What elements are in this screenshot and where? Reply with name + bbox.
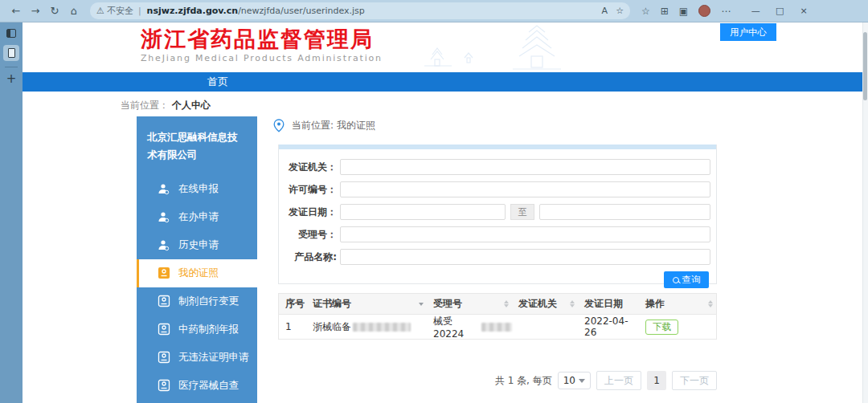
minimize-button[interactable]: — (743, 1, 768, 22)
page-tab-icon (8, 48, 15, 58)
scrollbar-thumb[interactable] (863, 32, 867, 100)
sidebar-item-pending-applications[interactable]: 在办申请 (137, 203, 257, 231)
table-row: 1 浙械临备 械受20224 2022-04-26 下载 (279, 315, 716, 339)
acceptance-no-input[interactable] (340, 226, 710, 242)
address-bar[interactable]: ⚠ 不安全 | nsjwz.zjfda.gov.cn/newzjfda/user… (90, 2, 630, 19)
chevron-down-icon (579, 379, 585, 383)
sidebar-item-label: 在办申请 (178, 210, 219, 224)
col-header-accept-no[interactable]: 受理号 (427, 294, 512, 314)
acceptance-no-label: 受理号： (279, 228, 337, 242)
issuing-authority-input[interactable] (340, 159, 710, 175)
tabs-divider (5, 67, 18, 67)
sidebar-item-label: 无违法证明申请 (178, 351, 249, 364)
issuing-authority-label: 发证机关： (279, 161, 337, 174)
location-pin-icon (273, 119, 285, 132)
browser-toolbar: ← → ↻ ⌂ ⚠ 不安全 | nsjwz.zjfda.gov.cn/newzj… (0, 0, 868, 22)
license-no-input[interactable] (340, 181, 710, 197)
product-name-input[interactable] (340, 249, 710, 265)
read-aloud-icon[interactable]: A (602, 6, 608, 16)
redacted-text (353, 323, 411, 332)
cell-authority (512, 315, 578, 339)
current-page[interactable]: 1 (647, 371, 666, 390)
collections-icon[interactable]: ⊞ (661, 6, 669, 17)
url-path: /newzjfda/user/userindex.jsp (238, 6, 365, 16)
content-breadcrumb: 当前位置: 我的证照 (273, 119, 375, 132)
profile-avatar[interactable] (698, 5, 710, 17)
warning-icon: ⚠ (96, 6, 104, 16)
refresh-icon[interactable]: ↻ (45, 2, 64, 20)
col-header-cert-no[interactable]: 证书编号 (306, 294, 427, 314)
sidebar-item-my-certificates[interactable]: 我的证照 (137, 259, 257, 287)
search-button[interactable]: 查询 (664, 271, 709, 288)
pagoda-watermark (400, 24, 609, 72)
page-size-select[interactable]: 10 (558, 372, 591, 389)
search-icon (673, 277, 679, 283)
active-tab[interactable] (3, 45, 19, 61)
essentials-icon[interactable]: ▣ (679, 6, 688, 17)
issue-date-end-input[interactable] (539, 204, 710, 220)
close-button[interactable]: × (792, 1, 816, 22)
certificate-icon (157, 295, 170, 308)
site-header: 浙江省药品监督管理局 ZheJiang Medical Products Adm… (23, 22, 862, 72)
cell-issue-date: 2022-04-26 (578, 315, 639, 339)
product-name-label: 产品名称: (279, 250, 337, 264)
favorites-icon[interactable]: ☆ (641, 6, 650, 17)
sidebar-item-label: 历史申请 (178, 238, 219, 252)
col-header-authority[interactable]: 发证机关 (512, 294, 578, 314)
issue-date-start-input[interactable] (340, 204, 506, 220)
main-nav-bar: 首页 (23, 72, 862, 92)
sidebar: 北京汇思融科信息技术有限公司 在线申报 在办申请 (137, 116, 257, 403)
next-page-button[interactable]: 下一页 (672, 371, 717, 390)
back-icon[interactable]: ← (6, 2, 26, 20)
content-breadcrumb-label: 当前位置: (292, 119, 334, 132)
screen: ← → ↻ ⌂ ⚠ 不安全 | nsjwz.zjfda.gov.cn/newzj… (0, 0, 868, 403)
sort-icon[interactable] (570, 300, 575, 307)
sort-icon[interactable] (504, 300, 509, 307)
user-center-button[interactable]: 用户中心 (720, 23, 776, 41)
home-icon[interactable]: ⌂ (64, 2, 84, 20)
content-breadcrumb-value: 我的证照 (337, 119, 375, 132)
sidebar-item-label: 中药制剂年报 (178, 323, 239, 336)
vertical-tabs-strip: + (0, 22, 23, 403)
certificate-icon (157, 379, 170, 393)
page-scrollbar[interactable] (862, 22, 868, 403)
more-menu-icon[interactable]: ⋯ (721, 6, 731, 17)
cell-seq: 1 (279, 315, 306, 339)
issue-date-label: 发证日期： (279, 206, 337, 219)
certificate-icon (157, 267, 170, 280)
sidebar-item-label: 我的证照 (178, 267, 219, 280)
forward-icon[interactable]: → (26, 2, 45, 20)
new-tab-button[interactable]: + (6, 71, 17, 86)
sidebar-item-preparation-change[interactable]: 制剂自行变更 (137, 287, 257, 315)
sort-icon[interactable] (708, 300, 713, 307)
sidebar-item-label: 医疗器械自查 (178, 379, 239, 393)
pagination: 共 1 条, 每页 10 上一页 1 下一页 (278, 371, 717, 390)
sidebar-item-history-applications[interactable]: 历史申请 (137, 231, 257, 259)
url-separator: | (138, 6, 141, 16)
col-header-issue-date[interactable]: 发证日期 (578, 294, 639, 314)
sidebar-item-label: 在线申报 (178, 182, 219, 196)
prev-page-button[interactable]: 上一页 (596, 371, 641, 390)
page-size-value: 10 (563, 375, 575, 386)
page-content: 浙江省药品监督管理局 ZheJiang Medical Products Adm… (23, 22, 862, 403)
vertical-tabs-toggle-icon[interactable] (6, 29, 16, 38)
sidebar-item-tcm-annual-report[interactable]: 中药制剂年报 (137, 315, 257, 344)
sort-desc-icon[interactable] (419, 303, 424, 306)
download-button[interactable]: 下载 (645, 320, 678, 335)
favorite-star-icon[interactable]: ☆ (616, 6, 624, 16)
col-header-seq[interactable]: 序号 (279, 294, 306, 314)
security-label[interactable]: 不安全 (107, 5, 133, 17)
certificate-icon (157, 351, 170, 364)
sidebar-item-device-self-inspection[interactable]: 医疗器械自查 (137, 372, 257, 400)
sidebar-item-online-declaration[interactable]: 在线申报 (137, 175, 257, 203)
col-header-action[interactable]: 操作 (639, 294, 716, 314)
nav-home-tab[interactable]: 首页 (183, 72, 252, 92)
pagination-total: 共 1 条, 每页 (495, 374, 552, 388)
breadcrumb-value: 个人中心 (172, 100, 211, 111)
user-icon (157, 238, 170, 252)
search-button-label: 查询 (682, 274, 701, 286)
maximize-button[interactable]: □ (768, 1, 792, 22)
sidebar-item-no-violation-certificate[interactable]: 无违法证明申请 (137, 344, 257, 372)
results-table: 序号 证书编号 受理号 发证机关 发证日期 操作 1 浙械临备 械受20224 … (278, 293, 717, 340)
url-domain: nsjwz.zjfda.gov.cn (147, 6, 239, 16)
